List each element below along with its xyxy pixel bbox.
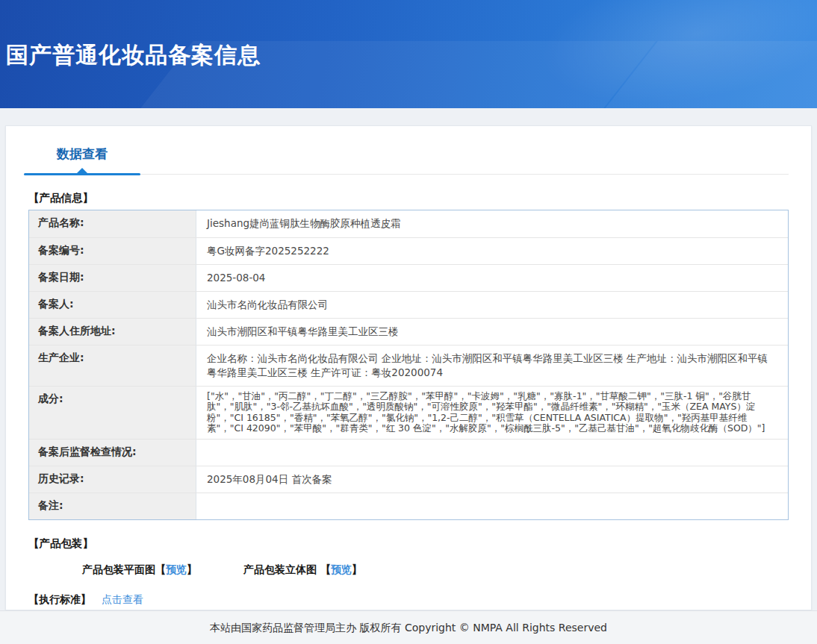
tab-data-view-label: 数据查看: [57, 146, 108, 161]
table-row: 产品名称: Jieshang婕尚蓝铜肽生物酶胶原种植透皮霜: [29, 210, 788, 237]
content-card: 数据查看 【产品信息】 产品名称: Jieshang婕尚蓝铜肽生物酶胶原种植透皮…: [5, 125, 812, 610]
packaging-stereo-label: 产品包装立体图: [243, 563, 317, 575]
standard-line: 【执行标准】点击查看: [28, 593, 789, 607]
row-value: 2025年08月04日 首次备案: [196, 466, 788, 493]
row-value: 粤G妆网备字2025252222: [196, 238, 788, 264]
row-label: 备案人:: [29, 292, 196, 318]
row-label: 备案日期:: [29, 265, 196, 291]
bracket-close: 】: [352, 563, 362, 575]
table-row: 生产企业: 企业名称：汕头市名尚化妆品有限公司 企业地址：汕头市潮阳区和平镇粤华…: [29, 345, 788, 386]
row-label: 备案后监督检查情况:: [29, 440, 196, 466]
row-label: 产品名称:: [29, 210, 196, 237]
page-header: 国产普通化妆品备案信息: [0, 0, 817, 108]
table-row: 备案人住所地址: 汕头市潮阳区和平镇粤华路里美工业区三楼: [29, 318, 788, 345]
tab-data-view[interactable]: 数据查看: [28, 146, 136, 174]
row-value: 汕头市名尚化妆品有限公司: [196, 292, 788, 318]
row-value: Jieshang婕尚蓝铜肽生物酶胶原种植透皮霜: [196, 210, 788, 237]
table-row: 历史记录: 2025年08月04日 首次备案: [29, 466, 788, 493]
packaging-flat-label: 产品包装平面图: [82, 563, 155, 575]
row-value: 汕头市潮阳区和平镇粤华路里美工业区三楼: [196, 319, 788, 345]
row-label: 成分:: [29, 387, 196, 439]
row-value: 企业名称：汕头市名尚化妆品有限公司 企业地址：汕头市潮阳区和平镇粤华路里美工业区…: [196, 346, 788, 386]
bracket-open: 【: [320, 563, 331, 575]
product-info-table: 产品名称: Jieshang婕尚蓝铜肽生物酶胶原种植透皮霜 备案编号: 粤G妆网…: [28, 210, 789, 520]
row-label: 备案人住所地址:: [29, 319, 196, 345]
bracket-close: 】: [187, 563, 197, 575]
section-title-standard: 【执行标准】: [28, 593, 91, 605]
row-label: 备注:: [29, 493, 196, 519]
table-row: 备案人: 汕头市名尚化妆品有限公司: [29, 291, 788, 318]
bracket-open: 【: [155, 563, 166, 575]
row-value: [196, 440, 788, 466]
row-label: 生产企业:: [29, 346, 196, 386]
footer-copyright-text: 本站由国家药品监督管理局主办 版权所有 Copyright © NMPA All…: [210, 622, 607, 634]
standard-view-link[interactable]: 点击查看: [102, 593, 143, 605]
table-row: 备案编号: 粤G妆网备字2025252222: [29, 237, 788, 264]
table-row: 备案日期: 2025-08-04: [29, 264, 788, 291]
packaging-stereo-preview-link[interactable]: 预览: [331, 563, 352, 575]
page-footer: 本站由国家药品监督管理局主办 版权所有 Copyright © NMPA All…: [0, 610, 817, 644]
page-title: 国产普通化妆品备案信息: [6, 40, 261, 71]
table-row: 备注:: [29, 493, 788, 519]
table-row: 成分: ["水"，"甘油"，"丙二醇"，"丁二醇"，"三乙醇胺"，"苯甲醇"，"…: [29, 386, 788, 439]
row-label: 备案编号:: [29, 238, 196, 264]
packaging-flat-preview-link[interactable]: 预览: [166, 563, 187, 575]
row-value: 2025-08-04: [196, 265, 788, 291]
main-area: 数据查看 【产品信息】 产品名称: Jieshang婕尚蓝铜肽生物酶胶原种植透皮…: [0, 108, 817, 610]
section-title-packaging: 【产品包装】: [28, 537, 789, 551]
section-title-product-info: 【产品信息】: [28, 191, 789, 205]
row-value: [196, 493, 788, 519]
packaging-previews-line: 产品包装平面图【预览】产品包装立体图 【预览】: [82, 563, 789, 577]
row-label: 历史记录:: [29, 466, 196, 493]
tab-active-triangle-icon: [77, 168, 87, 173]
tab-bar: 数据查看: [28, 146, 789, 175]
table-row: 备案后监督检查情况:: [29, 439, 788, 466]
tab-active-underline: [24, 173, 140, 175]
row-value-ingredients: ["水"，"甘油"，"丙二醇"，"丁二醇"，"三乙醇胺"，"苯甲醇"，"卡波姆"…: [196, 387, 788, 439]
